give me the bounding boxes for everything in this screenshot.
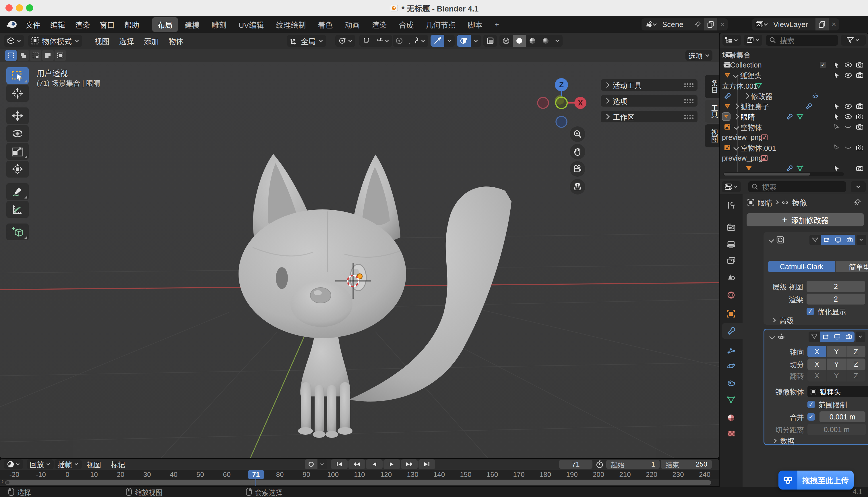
flip-x-button[interactable]: X <box>807 370 826 382</box>
jump-to-end-button[interactable] <box>418 459 435 469</box>
tab-output-icon[interactable] <box>727 240 735 249</box>
levels-viewport-field[interactable]: 2 <box>807 281 865 292</box>
workspace-tab-texturepaint[interactable]: 纹理绘制 <box>270 17 311 32</box>
outliner-row-preview2[interactable]: preview_png <box>720 153 868 163</box>
use-preview-range-icon[interactable] <box>595 460 604 470</box>
workspace-tab-layout[interactable]: 布局 <box>152 17 178 32</box>
mirror-object-field[interactable]: 狐狸头 × <box>807 386 868 397</box>
outliner-display-mode-dropdown[interactable] <box>722 35 741 46</box>
shading-material-button[interactable] <box>526 35 539 47</box>
add-modifier-button[interactable]: + 添加修改器 <box>747 213 864 226</box>
play-button[interactable] <box>383 459 400 469</box>
menu-edit[interactable]: 编辑 <box>45 19 70 30</box>
merge-checkbox[interactable]: ✓ <box>807 413 815 421</box>
expand-icon[interactable] <box>733 72 738 78</box>
tool-add-cube[interactable] <box>6 224 29 240</box>
proportional-toggle-icon[interactable] <box>393 35 406 47</box>
expand-arrow[interactable]: › <box>1 477 4 485</box>
tool-measure[interactable] <box>6 201 29 218</box>
gizmos-toggle-group[interactable] <box>430 35 455 47</box>
selectable-icon[interactable] <box>833 61 841 69</box>
workspace-tab-uv[interactable]: UV编辑 <box>233 17 269 32</box>
show-object-types-dropdown[interactable] <box>410 35 428 47</box>
xray-toggle[interactable] <box>483 35 497 47</box>
outliner-row-modifiers[interactable]: 修改器 <box>720 91 868 101</box>
zoom-window-button[interactable] <box>26 4 33 12</box>
menu-select[interactable]: 选择 <box>114 36 139 46</box>
tool-move[interactable] <box>6 108 29 124</box>
viewport-options-button[interactable]: 选项 <box>686 50 712 61</box>
snap-settings-dropdown[interactable] <box>373 35 392 47</box>
tool-select-box[interactable] <box>6 67 29 84</box>
tool-transform[interactable] <box>6 161 29 178</box>
3d-viewport[interactable]: 用户透视 (71) 场景集合 | 眼睛 Z X <box>0 62 719 458</box>
tab-modifiers-icon[interactable] <box>727 327 735 335</box>
toggle-render[interactable] <box>844 235 855 245</box>
select-mode-extend[interactable] <box>17 50 29 61</box>
modifier-extras-dropdown[interactable] <box>856 331 865 342</box>
timeline-ruler[interactable]: 71 -20-100102030405060809010011012013014… <box>0 470 719 479</box>
toggle-edit-cage[interactable] <box>809 235 821 245</box>
next-keyframe-button[interactable] <box>401 459 418 469</box>
outliner-row-empty[interactable]: 空物体 <box>720 122 868 132</box>
shading-wireframe-button[interactable] <box>499 35 513 47</box>
properties-options-dropdown[interactable] <box>851 181 866 192</box>
hide-icon[interactable] <box>844 61 853 69</box>
outliner-filter-dropdown[interactable] <box>841 35 866 46</box>
expand-icon[interactable] <box>733 124 739 130</box>
workspace-tab-scripting[interactable]: 脚本 <box>462 17 488 32</box>
ntab-view[interactable]: 视图 <box>705 124 719 147</box>
viewlayer-name[interactable]: ViewLayer <box>771 20 815 29</box>
new-viewlayer-button[interactable] <box>815 18 829 30</box>
bisect-y-button[interactable]: Y <box>827 358 846 370</box>
collection-checkbox[interactable]: ✓ <box>820 62 826 68</box>
axis-x-button[interactable]: X <box>807 346 826 357</box>
menu-help[interactable]: 帮助 <box>119 19 144 30</box>
zoom-view-button[interactable] <box>570 126 585 142</box>
expand-icon[interactable] <box>733 114 739 119</box>
mode-dropdown[interactable]: 物体模式 <box>28 35 82 47</box>
flip-z-button[interactable]: Z <box>847 370 865 382</box>
npanel-workspace[interactable]: 工作区 <box>601 111 697 123</box>
tab-object-data-icon[interactable] <box>727 396 735 404</box>
outliner-row-cube001[interactable]: 立方体.001 <box>720 81 868 91</box>
modifier-extras-dropdown[interactable] <box>856 235 866 245</box>
tab-viewlayer-icon[interactable] <box>727 257 735 265</box>
select-mode-subtract[interactable] <box>30 50 41 61</box>
render-visibility-icon[interactable] <box>855 61 864 69</box>
catmull-clark-button[interactable]: Catmull-Clark <box>768 261 835 272</box>
pin-icon[interactable] <box>854 199 861 206</box>
timeline-marker-menu[interactable]: 标记 <box>106 459 130 469</box>
merge-distance-field[interactable]: 0.001 m <box>820 411 865 422</box>
tab-physics-icon[interactable] <box>727 362 735 370</box>
properties-editor-type-dropdown[interactable] <box>722 181 741 192</box>
tab-tool-icon[interactable] <box>727 201 735 210</box>
snap-group[interactable] <box>359 35 392 47</box>
frame-start-field[interactable]: 起始1 <box>606 460 660 469</box>
breadcrumb-modifier[interactable]: 镜像 <box>792 197 807 208</box>
toggle-editmode[interactable] <box>820 331 832 342</box>
subsurf-panel-header[interactable]: × <box>764 235 868 245</box>
menu-add[interactable]: 添加 <box>139 36 164 46</box>
prev-keyframe-button[interactable] <box>349 459 365 469</box>
mirror-panel-header[interactable]: × <box>764 331 868 342</box>
tab-world-icon[interactable] <box>727 291 735 299</box>
drag-dots-icon[interactable] <box>684 83 693 87</box>
scene-name[interactable]: Scene <box>660 20 691 29</box>
optimal-display-checkbox[interactable]: ✓ <box>807 308 814 315</box>
levels-render-field[interactable]: 2 <box>807 294 865 304</box>
auto-key-dropdown[interactable] <box>318 459 327 469</box>
new-scene-button[interactable] <box>704 18 717 30</box>
frame-end-field[interactable]: 结束250 <box>661 460 712 469</box>
menu-render[interactable]: 渲染 <box>70 19 95 30</box>
tab-render-icon[interactable] <box>727 223 735 232</box>
upload-overlay-badge[interactable]: 拖拽至此上传 <box>778 471 854 489</box>
select-mode-invert[interactable] <box>42 50 54 61</box>
expand-icon[interactable] <box>733 145 739 151</box>
transform-orientation-dropdown[interactable]: 全局 <box>287 35 326 47</box>
outliner-row-foxbody[interactable]: 狐狸身子 <box>720 101 868 112</box>
clipping-checkbox[interactable]: ✓ <box>807 401 815 408</box>
toggle-realtime[interactable] <box>833 235 844 245</box>
bisect-z-button[interactable]: Z <box>847 358 865 370</box>
overlays-toggle-group[interactable] <box>457 35 481 47</box>
